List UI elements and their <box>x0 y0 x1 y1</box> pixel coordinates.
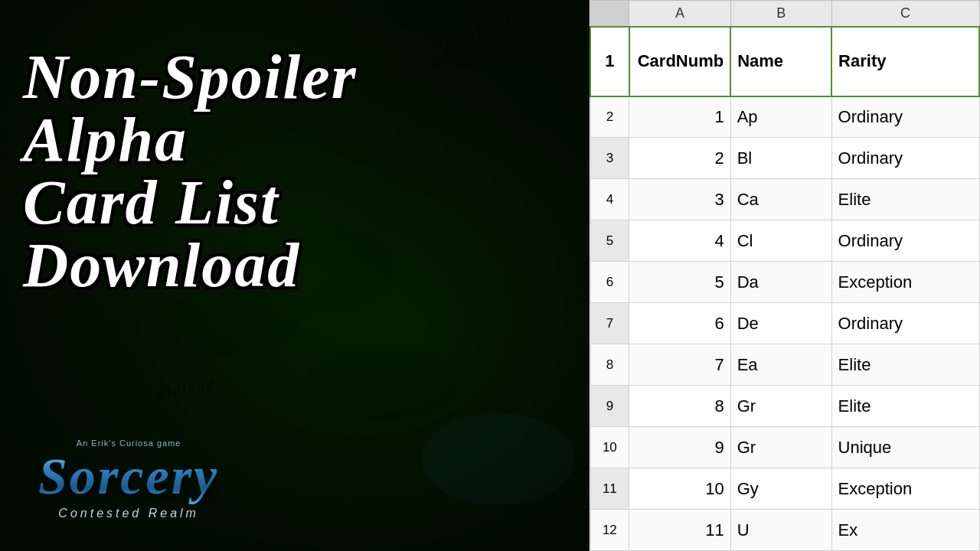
row-num: 4 <box>590 179 629 220</box>
cell-card-num[interactable]: 10 <box>629 468 730 510</box>
col-a-header[interactable]: A <box>629 1 730 28</box>
table-row: 12 11 U Ex <box>590 510 979 551</box>
cell-rarity[interactable]: Ordinary <box>831 96 979 138</box>
cell-rarity[interactable]: Elite <box>831 386 979 427</box>
title-line2: Alpha <box>23 109 528 171</box>
left-panel: Highland Midland Non-Spoiler Alpha Card … <box>0 0 590 551</box>
svg-point-7 <box>421 413 574 505</box>
row-num: 10 <box>590 427 629 468</box>
row-num: 6 <box>590 262 629 303</box>
title-line4: Download <box>23 234 528 297</box>
column-header-row: A B C <box>590 1 979 28</box>
cell-rarity[interactable]: Elite <box>831 344 979 386</box>
row-num: 3 <box>590 138 629 179</box>
row-num: 11 <box>590 468 629 510</box>
cell-card-num[interactable]: 3 <box>629 179 730 220</box>
cell-rarity[interactable]: Exception <box>831 262 979 303</box>
cell-name[interactable]: U <box>730 510 831 551</box>
logo-main-text: Sorcery <box>38 446 219 507</box>
table-row: 11 10 Gy Exception <box>590 468 979 510</box>
spreadsheet-header-row: 1 CardNumb Name Rarity <box>590 27 979 96</box>
cell-card-num[interactable]: 11 <box>629 510 730 551</box>
cell-rarity[interactable]: Unique <box>831 427 979 468</box>
cell-card-num[interactable]: 7 <box>629 344 730 386</box>
table-row: 6 5 Da Exception <box>590 262 979 303</box>
cell-rarity[interactable]: Ordinary <box>831 138 979 179</box>
cell-rarity[interactable]: Ordinary <box>831 220 979 262</box>
cell-name[interactable]: Gy <box>730 468 831 510</box>
cell-name[interactable]: Gr <box>730 427 831 468</box>
cell-name[interactable]: Ap <box>730 96 831 138</box>
cell-card-num[interactable]: 1 <box>629 96 730 138</box>
table-row: 9 8 Gr Elite <box>590 386 979 427</box>
logo-tagline: Contested Realm <box>38 507 219 520</box>
table-row: 4 3 Ca Elite <box>590 179 979 220</box>
row-num: 12 <box>590 510 629 551</box>
cell-rarity[interactable]: Elite <box>831 179 979 220</box>
title-overlay: Non-Spoiler Alpha Card List Download <box>23 46 528 297</box>
table-row: 3 2 Bl Ordinary <box>590 138 979 179</box>
cell-name[interactable]: Gr <box>730 386 831 427</box>
header-name[interactable]: Name <box>730 27 831 96</box>
table-row: 7 6 De Ordinary <box>590 303 979 344</box>
table-row: 5 4 Cl Ordinary <box>590 220 979 262</box>
col-c-header[interactable]: C <box>831 1 979 28</box>
cell-card-num[interactable]: 2 <box>629 138 730 179</box>
cell-name[interactable]: Ea <box>730 344 831 386</box>
cell-name[interactable]: Bl <box>730 138 831 179</box>
title-text: Non-Spoiler Alpha Card List Download <box>23 46 528 297</box>
row-num: 9 <box>590 386 629 427</box>
cell-card-num[interactable]: 6 <box>629 303 730 344</box>
header-rarity[interactable]: Rarity <box>831 27 979 96</box>
cell-name[interactable]: Da <box>730 262 831 303</box>
col-b-header[interactable]: B <box>730 1 831 28</box>
title-line1: Non-Spoiler <box>23 46 528 109</box>
cell-rarity[interactable]: Exception <box>831 468 979 510</box>
cell-card-num[interactable]: 4 <box>629 220 730 262</box>
corner-cell <box>590 1 629 28</box>
right-panel: A B C 1 CardNumb Name Rarity 2 1 Ap Ordi… <box>590 0 980 551</box>
row-num: 5 <box>590 220 629 262</box>
table-row: 8 7 Ea Elite <box>590 344 979 386</box>
cell-name[interactable]: De <box>730 303 831 344</box>
cell-rarity[interactable]: Ordinary <box>831 303 979 344</box>
cell-rarity[interactable]: Ex <box>831 510 979 551</box>
cell-name[interactable]: Ca <box>730 179 831 220</box>
cell-card-num[interactable]: 8 <box>629 386 730 427</box>
title-line3: Card List <box>23 171 528 234</box>
svg-point-6 <box>306 344 459 421</box>
row-num-1: 1 <box>590 27 629 96</box>
row-num: 2 <box>590 96 629 138</box>
cell-card-num[interactable]: 9 <box>629 427 730 468</box>
row-num: 8 <box>590 344 629 386</box>
spreadsheet-table: A B C 1 CardNumb Name Rarity 2 1 Ap Ordi… <box>590 0 980 551</box>
table-row: 2 1 Ap Ordinary <box>590 96 979 138</box>
cell-name[interactable]: Cl <box>730 220 831 262</box>
logo-area: An Erik's Curiosa game Sorcery Contested… <box>38 439 219 520</box>
header-card-number[interactable]: CardNumb <box>629 27 730 96</box>
row-num: 7 <box>590 303 629 344</box>
table-row: 10 9 Gr Unique <box>590 427 979 468</box>
cell-card-num[interactable]: 5 <box>629 262 730 303</box>
